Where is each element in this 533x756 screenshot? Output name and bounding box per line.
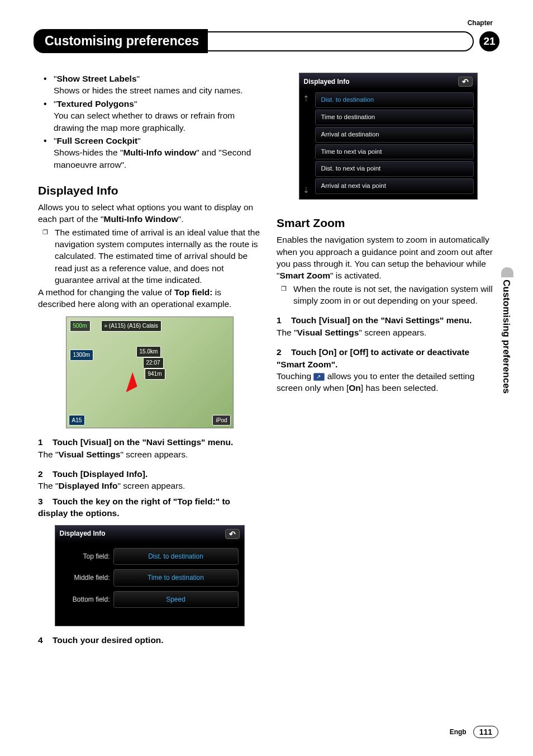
step-2-block: 2Touch [Displayed Info]. The "Displayed … (38, 468, 261, 492)
step-1-after: The "Visual Settings" screen appears. (38, 448, 261, 460)
field-value-button[interactable]: Speed (113, 591, 239, 608)
back-icon[interactable]: ↶ (225, 529, 240, 539)
back-icon[interactable]: ↶ (458, 77, 473, 87)
option-item[interactable]: Time to next via point (315, 144, 474, 160)
text: " is activated. (330, 271, 382, 280)
step-num: 2 (38, 468, 53, 480)
text: A method for changing the value of (38, 287, 174, 297)
field-row-top: Top field: Dist. to destination (61, 548, 239, 565)
text-bold: On (349, 383, 361, 393)
map-road-badge: A15 (69, 415, 85, 426)
text-bold: Smart Zoom (280, 271, 330, 280)
title-rule (208, 31, 474, 51)
option-item[interactable]: Arrival at next via point (315, 178, 474, 194)
step-3: 3Touch the key on the right of "Top fiel… (38, 495, 261, 519)
map-pointer-icon (126, 372, 141, 395)
step-2-after: The "Displayed Info" screen appears. (38, 480, 261, 492)
sz-step-1-block: 1Touch [Visual] on the "Navi Settings" m… (277, 314, 499, 338)
field-label: Bottom field: (61, 595, 113, 604)
heading-displayed-info: Displayed Info (38, 183, 261, 199)
settings-tool-icon[interactable] (313, 373, 325, 381)
heading-smart-zoom: Smart Zoom (277, 215, 499, 231)
text: " screen appears. (120, 450, 188, 459)
option-desc: You can select whether to draws or refra… (54, 110, 261, 134)
step-text: Touch the key on the right of "Top field… (38, 497, 230, 518)
smart-zoom-intro: Enables the navigation system to zoom in… (277, 234, 499, 282)
step-num: 2 (277, 346, 291, 358)
note-smart-zoom: When the route is not set, the navigatio… (293, 283, 499, 307)
side-tab-label: Customising preferences (501, 280, 512, 394)
text: " screen appears. (359, 328, 426, 337)
page-title: Customising preferences (34, 29, 208, 53)
field-label: Middle field: (61, 573, 113, 583)
device-screen-fields: Displayed Info ↶ Top field: Dist. to des… (55, 525, 245, 627)
step-num: 1 (277, 314, 291, 326)
text-bold: Multi-Info Window (104, 214, 178, 224)
step-text: Touch [On] or [Off] to activate or deact… (277, 347, 469, 368)
note-list: When the route is not set, the navigatio… (277, 283, 499, 307)
footer-language: Engb (450, 728, 467, 736)
step-num: 4 (38, 634, 53, 646)
displayed-info-intro: Allows you to select what options you wa… (38, 201, 261, 225)
text: Touching (277, 371, 313, 381)
scroll-up-icon[interactable]: ⇡ (303, 93, 310, 104)
option-desc: Shows-hides the "Multi-Info window" and … (54, 147, 261, 171)
sz-step-2: 2Touch [On] or [Off] to activate or deac… (277, 346, 499, 370)
scroll-down-icon[interactable]: ⇣ (303, 185, 310, 196)
device-title: Displayed Info (304, 77, 350, 87)
text: ". (178, 214, 184, 224)
field-row-bottom: Bottom field: Speed (61, 591, 239, 608)
chapter-label: Chapter (468, 19, 493, 27)
field-value-button[interactable]: Dist. to destination (113, 548, 239, 565)
field-value-button[interactable]: Time to destination (113, 569, 239, 587)
option-item[interactable]: Dist. to next via point (315, 161, 474, 177)
map-route-label: » (A115) (A16) Calais (101, 320, 161, 332)
text: ] has been selected. (361, 383, 439, 393)
side-tab-indicator (501, 267, 513, 277)
text: The " (38, 481, 59, 490)
option-show-street-labels: "Show Street Labels" Shows or hides the … (54, 73, 261, 97)
map-screenshot: 500m » (A115) (A16) Calais 1300m 15.0km … (66, 316, 234, 428)
device-screen-options: Displayed Info ↶ ⇡ Dist. to destination … (299, 73, 478, 200)
step-1: 1Touch [Visual] on the "Navi Settings" m… (38, 436, 261, 448)
step-4: 4Touch your desired option. (38, 634, 261, 646)
device-header: Displayed Info ↶ (55, 526, 244, 542)
option-item[interactable]: Time to destination (315, 110, 474, 125)
option-item[interactable]: Arrival at destination (315, 127, 474, 143)
option-desc: Shows or hides the street names and city… (54, 84, 261, 96)
text: The " (277, 328, 297, 337)
sz-step-1: 1Touch [Visual] on the "Navi Settings" m… (277, 314, 499, 326)
option-textured-polygons: "Textured Polygons" You can select wheth… (54, 98, 261, 134)
chapter-number-badge: 21 (479, 31, 499, 51)
page-header: Chapter Customising preferences 21 (34, 21, 499, 53)
sz-step-2-block: 2Touch [On] or [Off] to activate or deac… (277, 346, 499, 394)
step-text: Touch [Visual] on the "Navi Settings" me… (53, 437, 233, 447)
content-columns: "Show Street Labels" Shows or hides the … (38, 73, 499, 717)
option-title: Full Screen Cockpit (57, 136, 138, 145)
field-label: Top field: (61, 552, 113, 561)
step-text: Touch your desired option. (53, 635, 164, 645)
field-row-middle: Middle field: Time to destination (61, 569, 239, 587)
device-options-body: ⇡ Dist. to destination Time to destinati… (299, 90, 477, 199)
step-2: 2Touch [Displayed Info]. (38, 468, 261, 480)
text-bold: Multi-Info window (123, 148, 196, 157)
map-dist-label: 1300m (70, 349, 94, 361)
option-full-screen-cockpit: "Full Screen Cockpit" Shows-hides the "M… (54, 135, 261, 171)
text-bold: Visual Settings (59, 450, 121, 459)
footer-page-number: 111 (473, 726, 498, 738)
option-item[interactable]: Dist. to destination (315, 92, 474, 108)
map-scale-label: 500m (70, 320, 91, 332)
step-text: Touch [Displayed Info]. (53, 469, 147, 479)
device-title: Displayed Info (60, 529, 106, 538)
sz-step-1-after: The "Visual Settings" screen appears. (277, 327, 499, 338)
map-ipod-badge: iPod (212, 415, 230, 426)
text-bold: Top field: (174, 287, 213, 297)
text-bold: Visual Settings (297, 328, 359, 337)
map-time-label: 22:07 (143, 357, 164, 368)
device-body: Top field: Dist. to destination Middle f… (55, 542, 244, 626)
device-header: Displayed Info ↶ (299, 73, 477, 90)
option-title: Show Street Labels (57, 74, 137, 83)
text: Shows-hides the " (54, 148, 123, 157)
map-alt-label: 941m (145, 368, 165, 380)
note-eta: The estimated time of arrival is an idea… (55, 226, 261, 286)
